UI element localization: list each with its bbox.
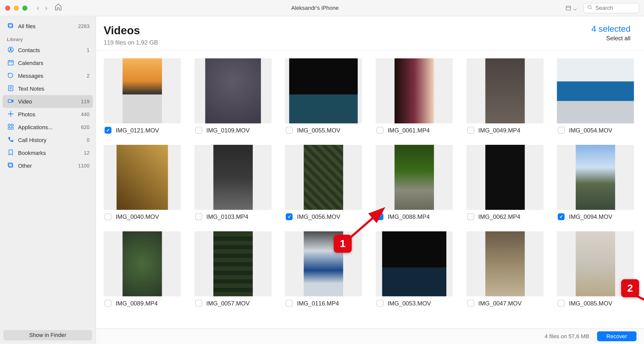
- sidebar-list: All files 2283 Library Contacts 1 Calend…: [0, 16, 95, 329]
- select-checkbox[interactable]: [195, 127, 202, 133]
- chevron-down-icon: ⌵: [573, 5, 577, 11]
- sidebar-item-calls[interactable]: Call History 0: [3, 133, 93, 146]
- video-thumbnail[interactable]: [376, 231, 453, 296]
- video-thumbnail[interactable]: [104, 231, 181, 296]
- grid-cell: IMG_0055.MOV: [285, 58, 367, 133]
- select-checkbox[interactable]: [105, 127, 111, 133]
- file-name: IMG_0047.MOV: [478, 300, 522, 306]
- video-thumbnail[interactable]: [557, 145, 634, 210]
- svg-rect-24: [8, 127, 10, 129]
- select-checkbox[interactable]: [467, 300, 474, 306]
- sidebar-item-all-files[interactable]: All files 2283: [3, 20, 93, 32]
- svg-point-2: [588, 5, 591, 9]
- grid-cell: IMG_0047.MOV: [466, 231, 549, 306]
- video-thumbnail[interactable]: [466, 58, 543, 123]
- grid-cell: IMG_0121.MOV: [104, 58, 186, 133]
- video-thumbnail[interactable]: [104, 58, 181, 123]
- nav-forward-button[interactable]: ›: [43, 3, 49, 13]
- search-input[interactable]: [595, 5, 635, 11]
- select-all-link[interactable]: Select all: [591, 35, 630, 42]
- calendar-icon: [6, 59, 15, 67]
- select-checkbox[interactable]: [286, 300, 293, 306]
- sidebar-item-apps[interactable]: Applications... 620: [3, 121, 93, 133]
- select-checkbox[interactable]: [195, 213, 202, 220]
- view-mode-toggle[interactable]: ⌵: [563, 4, 579, 12]
- file-name: IMG_0055.MOV: [297, 127, 340, 133]
- video-thumbnail[interactable]: [194, 58, 271, 123]
- maximize-window-button[interactable]: [22, 5, 27, 10]
- grid-cell: IMG_0103.MP4: [194, 145, 276, 220]
- search-box[interactable]: [583, 3, 639, 13]
- select-checkbox[interactable]: [467, 127, 474, 133]
- sidebar-item-count: 2283: [78, 23, 89, 29]
- sidebar-item-notes[interactable]: Text Notes: [3, 82, 93, 95]
- sidebar-item-video[interactable]: Video 119: [3, 95, 93, 108]
- video-thumbnail[interactable]: [376, 145, 453, 210]
- search-icon: [587, 5, 593, 11]
- close-window-button[interactable]: [5, 5, 10, 10]
- select-checkbox[interactable]: [558, 213, 565, 220]
- show-in-finder-button[interactable]: Show in Finder: [4, 330, 92, 340]
- file-name: IMG_0062.MP4: [478, 213, 520, 220]
- sidebar-item-photos[interactable]: Photos 440: [3, 108, 93, 121]
- grid-cell: IMG_0062.MP4: [466, 145, 549, 220]
- svg-point-17: [10, 113, 12, 115]
- sidebar-item-messages[interactable]: Messages 2: [3, 69, 93, 82]
- select-checkbox[interactable]: [286, 213, 293, 220]
- grid-scroll[interactable]: IMG_0121.MOV IMG_0109.MOV IMG_0055.MOV I…: [96, 51, 644, 328]
- svg-point-21: [12, 113, 14, 115]
- sidebar-item-bookmarks[interactable]: Bookmarks 12: [3, 146, 93, 159]
- video-thumbnail[interactable]: [285, 145, 362, 210]
- video-thumbnail[interactable]: [104, 145, 181, 210]
- select-checkbox[interactable]: [376, 127, 383, 133]
- nav-arrows: ‹ ›: [35, 3, 49, 13]
- video-thumbnail[interactable]: [557, 231, 634, 296]
- video-thumbnail[interactable]: [285, 58, 362, 123]
- select-checkbox[interactable]: [195, 300, 202, 306]
- stack-icon: [6, 22, 15, 30]
- file-name: IMG_0094.MOV: [569, 213, 612, 220]
- video-thumbnail[interactable]: [285, 231, 362, 296]
- messages-icon: [6, 72, 15, 80]
- sidebar-item-label: Bookmarks: [18, 150, 84, 156]
- select-checkbox[interactable]: [376, 213, 383, 220]
- titlebar: ‹ › Aleksandr's iPhone ⌵: [0, 0, 644, 16]
- recover-button[interactable]: Recover: [597, 331, 636, 341]
- sidebar-item-other[interactable]: Other 1100: [3, 159, 93, 172]
- svg-rect-25: [11, 127, 13, 129]
- bookmarks-icon: [6, 149, 15, 157]
- select-checkbox[interactable]: [558, 127, 565, 133]
- sidebar-item-count: 12: [84, 150, 90, 156]
- video-thumbnail[interactable]: [194, 145, 271, 210]
- video-thumbnail[interactable]: [376, 58, 453, 123]
- minimize-window-button[interactable]: [14, 5, 19, 10]
- svg-rect-16: [8, 99, 12, 102]
- select-checkbox[interactable]: [467, 213, 474, 220]
- svg-point-7: [10, 48, 12, 50]
- select-checkbox[interactable]: [286, 127, 293, 133]
- sidebar-item-contacts[interactable]: Contacts 1: [3, 44, 93, 56]
- sidebar-item-calendar[interactable]: Calendars: [3, 56, 93, 69]
- sidebar-item-count: 440: [81, 111, 89, 117]
- video-thumbnail[interactable]: [466, 145, 543, 210]
- footer: 4 files on 57,6 MB Recover: [96, 328, 644, 344]
- grid-cell: IMG_0054.MOV: [557, 58, 639, 133]
- select-checkbox[interactable]: [105, 300, 111, 306]
- select-checkbox[interactable]: [105, 213, 111, 220]
- apps-icon: [6, 123, 15, 131]
- grid-cell: IMG_0049.MP4: [466, 58, 549, 133]
- file-name: IMG_0109.MOV: [206, 127, 250, 133]
- contacts-icon: [6, 46, 15, 54]
- svg-line-3: [591, 8, 592, 9]
- file-name: IMG_0056.MOV: [297, 213, 340, 220]
- home-button[interactable]: [54, 3, 62, 13]
- select-checkbox[interactable]: [558, 300, 565, 306]
- select-checkbox[interactable]: [376, 300, 383, 306]
- video-thumbnail[interactable]: [194, 231, 271, 296]
- sidebar-item-label: Photos: [18, 111, 81, 118]
- grid-cell: IMG_0040.MOV: [104, 145, 186, 220]
- video-thumbnail[interactable]: [557, 58, 634, 123]
- sidebar-item-count: 2: [87, 73, 89, 79]
- video-thumbnail[interactable]: [466, 231, 543, 296]
- nav-back-button[interactable]: ‹: [35, 3, 41, 13]
